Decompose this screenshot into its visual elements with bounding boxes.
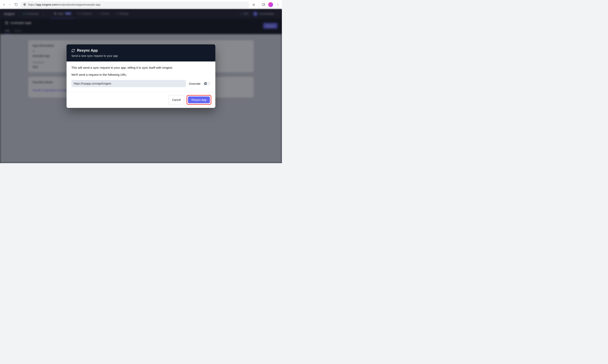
- extensions-icon[interactable]: [252, 3, 256, 7]
- svg-rect-1: [262, 3, 265, 6]
- browser-chrome: https://app.inngest.com/env/production/a…: [0, 0, 282, 9]
- modal-footer: Cancel Resync App: [67, 91, 215, 108]
- modal-body-text: This will send a sync request to your ap…: [71, 66, 211, 69]
- modal-overlay[interactable]: Resync App Send a new sync request to yo…: [0, 9, 282, 163]
- override-toggle[interactable]: [203, 82, 211, 86]
- browser-reload-button[interactable]: [14, 3, 18, 7]
- globe-icon: [23, 3, 26, 6]
- modal-subtitle: Send a new sync request to your app: [71, 54, 211, 57]
- modal-body-text: We'll send a request to the following UR…: [71, 73, 211, 76]
- modal-title: Resync App: [77, 48, 98, 53]
- modal-header: Resync App Send a new sync request to yo…: [67, 44, 215, 62]
- highlight-annotation: Resync App: [187, 95, 211, 105]
- panel-icon[interactable]: [261, 3, 265, 7]
- cancel-button[interactable]: Cancel: [169, 95, 184, 105]
- browser-menu-icon[interactable]: [276, 3, 280, 7]
- browser-profile-avatar[interactable]: [268, 2, 273, 7]
- svg-point-5: [278, 5, 278, 6]
- svg-point-3: [278, 3, 278, 4]
- override-label: Override: [189, 82, 201, 85]
- sync-icon: [71, 49, 75, 52]
- browser-url-text: https://app.inngest.com/env/production/a…: [28, 3, 247, 6]
- modal-body: This will send a sync request to your ap…: [67, 62, 215, 91]
- resync-confirm-button[interactable]: Resync App: [188, 96, 210, 103]
- sync-url-display: https://myapp.com/api/inngest: [71, 80, 186, 87]
- browser-address-bar[interactable]: https://app.inngest.com/env/production/a…: [20, 1, 250, 8]
- resync-modal: Resync App Send a new sync request to yo…: [67, 44, 215, 108]
- toggle-knob: [204, 82, 207, 85]
- browser-back-button[interactable]: [2, 3, 6, 7]
- browser-forward-button[interactable]: [8, 3, 12, 7]
- svg-point-4: [278, 4, 278, 5]
